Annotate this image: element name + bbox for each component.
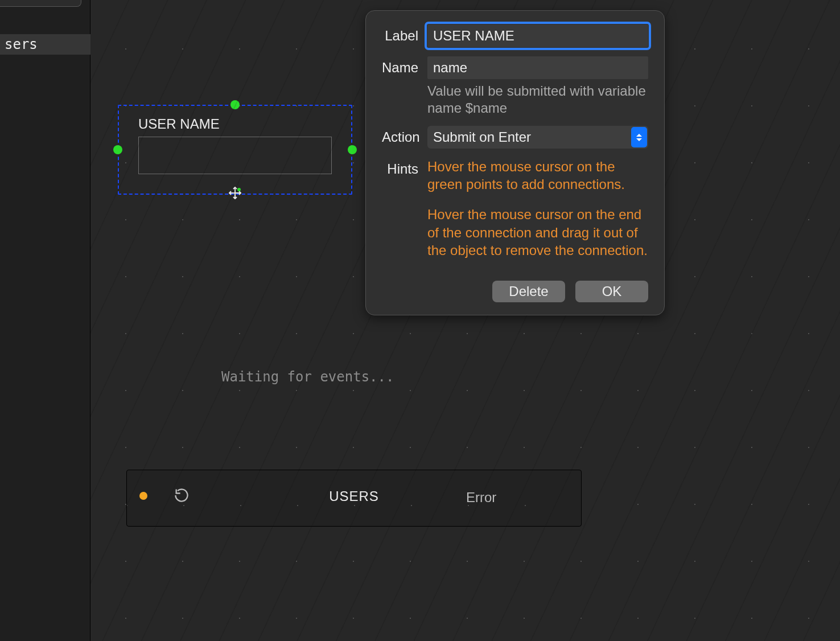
connection-handle-right[interactable] [348,145,357,154]
hints-text: Hover the mouse cursor on the green poin… [427,158,648,272]
node-label: USER NAME [138,116,332,132]
ok-button[interactable]: OK [575,281,648,302]
row-label-action: Action [382,126,427,149]
waiting-text: Waiting for events... [221,369,394,385]
name-helper-text: Value will be submitted with variable na… [427,83,648,117]
thumbnail-bar[interactable]: USERS Error [126,470,582,527]
node-input-preview[interactable] [138,137,332,174]
delete-button[interactable]: Delete [492,281,565,302]
canvas[interactable]: USER NAME Label Name Value will be submi… [90,0,840,641]
sidebar: sers [0,0,90,641]
label-input[interactable] [427,24,648,47]
connection-handle-top[interactable] [230,100,240,109]
row-label-name: Name [382,56,427,117]
svg-point-2 [237,188,241,191]
connection-handle-left[interactable] [113,145,122,154]
row-label-label: Label [382,24,427,47]
properties-panel: Label Name Value will be submitted with … [365,10,665,315]
sidebar-item-label: sers [5,36,38,52]
thumbnail-error-label: Error [466,490,496,506]
canvas-node[interactable]: USER NAME [118,105,352,195]
thumbnail-card[interactable]: USERS Error [126,470,582,527]
sidebar-search-stub[interactable] [0,0,81,7]
move-handle-icon[interactable] [229,187,241,199]
name-input[interactable] [427,56,648,79]
action-select-value: Submit on Enter [433,129,531,145]
node-body: USER NAME [138,116,332,174]
chevrons-up-down-icon [631,127,647,147]
sidebar-item-users[interactable]: sers [0,34,90,55]
row-label-hints: Hints [382,158,427,272]
action-select[interactable]: Submit on Enter [427,126,648,149]
thumbnail-title: USERS [127,488,581,504]
